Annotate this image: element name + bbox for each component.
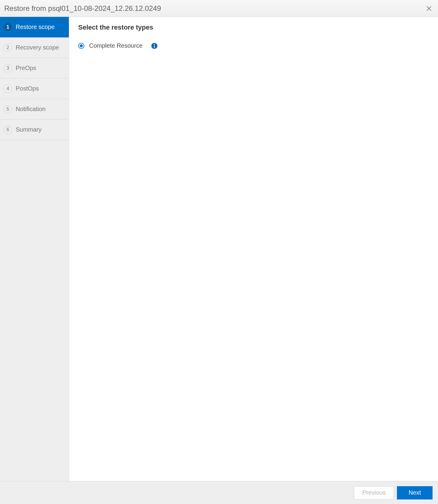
- step-number: 5: [4, 105, 12, 113]
- step-number: 1: [4, 23, 12, 31]
- previous-button[interactable]: Previous: [354, 486, 394, 499]
- step-label: Summary: [16, 126, 42, 133]
- wizard-step-preops[interactable]: 3 PreOps: [0, 58, 69, 78]
- wizard-step-postops[interactable]: 4 PostOps: [0, 78, 69, 99]
- complete-resource-info-button[interactable]: [151, 43, 158, 49]
- dialog-body: 1 Restore scope 2 Recovery scope 3 PreOp…: [0, 17, 438, 481]
- wizard-step-notification[interactable]: 5 Notification: [0, 99, 69, 120]
- svg-point-4: [154, 44, 155, 45]
- complete-resource-label: Complete Resource: [89, 42, 143, 49]
- wizard-content: Select the restore types Complete Resour…: [69, 17, 438, 481]
- dialog-title: Restore from psql01_10-08-2024_12.26.12.…: [4, 4, 161, 13]
- step-number: 6: [4, 126, 12, 134]
- step-label: Notification: [16, 106, 46, 113]
- next-button[interactable]: Next: [397, 486, 433, 499]
- svg-rect-3: [154, 45, 155, 48]
- close-icon: [426, 5, 432, 11]
- restore-wizard-dialog: Restore from psql01_10-08-2024_12.26.12.…: [0, 0, 438, 504]
- step-number: 3: [4, 64, 12, 72]
- wizard-step-recovery-scope[interactable]: 2 Recovery scope: [0, 37, 69, 58]
- step-label: PostOps: [16, 85, 39, 92]
- step-number: 4: [4, 85, 12, 93]
- restore-type-option-complete-resource: Complete Resource: [78, 42, 429, 49]
- complete-resource-radio[interactable]: [78, 43, 84, 49]
- wizard-sidebar: 1 Restore scope 2 Recovery scope 3 PreOp…: [0, 17, 69, 481]
- step-label: Recovery scope: [16, 44, 59, 51]
- content-heading: Select the restore types: [78, 24, 429, 31]
- dialog-header: Restore from psql01_10-08-2024_12.26.12.…: [0, 0, 438, 17]
- wizard-step-restore-scope[interactable]: 1 Restore scope: [0, 17, 69, 37]
- wizard-step-summary[interactable]: 6 Summary: [0, 120, 69, 140]
- step-number: 2: [4, 43, 12, 52]
- step-label: PreOps: [16, 65, 36, 72]
- close-button[interactable]: [425, 4, 433, 13]
- dialog-footer: Previous Next: [0, 481, 438, 504]
- info-icon: [151, 43, 158, 49]
- step-label: Restore scope: [16, 24, 55, 30]
